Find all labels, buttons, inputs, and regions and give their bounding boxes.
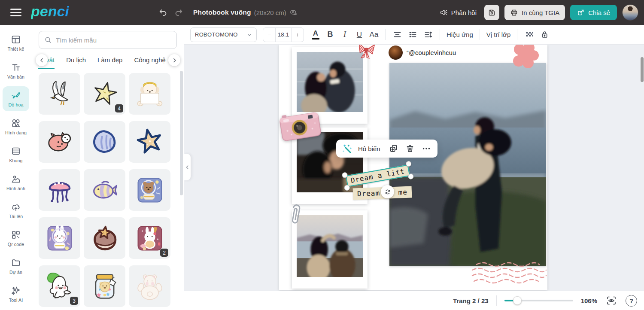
transparency-button[interactable] [522,28,536,42]
rotate-handle[interactable] [381,185,394,198]
photo-polaroid-3[interactable] [292,210,368,289]
tabs-scroll-left-button[interactable] [36,54,48,66]
help-button[interactable]: ? [626,295,637,307]
ai-icon [11,286,21,296]
wavy-lines-decoration[interactable] [471,261,548,286]
feedback-label: Phản hồi [451,9,477,16]
feedback-button[interactable]: Phản hồi [440,8,477,17]
sidebar-item-ai[interactable]: Tool AI [3,282,29,307]
font-size-decrease-button[interactable]: − [263,28,275,42]
text-align-button[interactable] [390,28,404,42]
sticker-seashell[interactable] [84,121,125,163]
zoom-slider-thumb[interactable] [513,296,522,305]
window-scrollbar[interactable] [641,57,644,82]
sticker-bear-astronaut[interactable] [129,169,170,211]
app-logo[interactable]: penci [31,3,69,20]
italic-button[interactable]: I [338,28,351,42]
menu-icon[interactable] [10,9,21,16]
zoom-slider[interactable] [504,297,573,304]
document-title[interactable]: Photobook vuông [193,9,251,16]
tab-category-2[interactable]: Làm đẹp [97,52,122,69]
sticker-bunny-card[interactable]: 2 [129,217,170,259]
magic-button[interactable]: Hô biến [358,145,380,152]
panel-scrollbar[interactable] [180,71,183,195]
tab-category-3[interactable]: Công nghệ [134,52,165,69]
sidebar-item-upload[interactable]: Tải lên [3,198,29,223]
bold-button[interactable]: B [324,28,337,42]
search-input[interactable] [56,36,171,44]
sticker-fish[interactable] [84,169,125,211]
sidebar-item-qr[interactable]: Qr code [3,226,29,251]
font-size-increase-button[interactable]: + [292,28,304,42]
share-button[interactable]: Chia sẻ [570,5,617,20]
credit-line[interactable]: “@couplevinhcuu [389,46,456,60]
underline-button[interactable]: U [353,28,366,42]
sidebar-item-graphics[interactable]: Đồ hoạ [3,86,29,111]
tab-category-1[interactable]: Du lịch [66,52,86,69]
layer-position-button[interactable]: Vị trí lớp [484,28,513,42]
sticker-count-badge: 2 [160,249,168,257]
sticker-pig[interactable] [39,121,80,163]
sidebar-item-frame[interactable]: Khung [3,142,29,167]
sticker-leaf-ghost[interactable]: 3 [39,265,80,307]
list-button[interactable] [406,28,419,42]
sticker-starfish-navy[interactable] [129,121,170,163]
sticker-bear-jar[interactable] [84,265,125,307]
transparency-checker-icon [525,30,534,39]
save-button[interactable] [484,5,499,20]
sidebar-item-label: Khung [9,158,22,163]
line-spacing-button[interactable] [421,28,435,42]
document-size: (20x20 cm) [254,9,286,16]
photo-couple-lift [389,63,546,266]
font-family-value: ROBOTOMONO [195,31,238,38]
effects-button[interactable]: Hiệu ứng [444,28,476,42]
print-button[interactable]: In cùng TGIA [504,5,565,20]
sticker-polar-bear[interactable] [129,265,170,307]
save-icon [488,9,496,17]
sidebar-item-design[interactable]: Thiết kế [3,30,29,55]
topbar-actions: Phản hồi In cùng TGIA Chia sẻ [440,0,638,25]
sticker-starfish-yellow[interactable]: 4 [84,73,125,115]
lock-button[interactable] [538,28,551,42]
sticker-choco-shell[interactable] [84,217,125,259]
sticker-jellyfish[interactable] [39,169,80,211]
sticker-seagull[interactable] [39,73,80,115]
sticker-puppy-sign[interactable] [129,73,170,115]
sidebar-item-image[interactable]: Hình ảnh [3,170,29,195]
sidebar-item-label: Đồ hoạ [9,102,24,107]
tabs-scroll-right-button[interactable] [168,54,180,66]
delete-button[interactable] [404,143,416,154]
sticker-bunny-astronaut[interactable] [39,217,80,259]
more-options-button[interactable] [421,143,432,154]
rotate-icon [384,188,391,195]
canvas-page[interactable]: “@couplevinhcuu Dream a litt Dream of me [279,45,547,290]
gingham-bow-sticker[interactable] [356,45,377,60]
user-avatar[interactable] [622,4,638,21]
canvas-area[interactable]: “@couplevinhcuu Dream a litt Dream of me [184,45,644,291]
redo-button[interactable] [173,8,184,18]
font-size-stepper: − 18.1 + [263,27,304,42]
photo-couple-behind [297,215,363,277]
more-dots-icon [422,144,431,153]
search-box[interactable] [39,31,177,49]
font-size-value[interactable]: 18.1 [275,28,292,42]
duplicate-button[interactable] [388,143,399,154]
resize-icon[interactable] [289,8,299,17]
photo-couple-beach-large[interactable] [389,63,546,266]
text-color-button[interactable]: A [309,28,322,42]
sidebar-item-text[interactable]: Văn bản [3,58,29,83]
sticker-count-badge: 3 [70,297,78,305]
font-family-select[interactable]: ROBOTOMONO [190,27,257,42]
sidebar-item-shapes[interactable]: Hình dạng [3,114,29,139]
upload-icon [11,202,21,212]
text-case-button[interactable]: Aa [368,28,380,42]
panel-collapse-button[interactable] [184,154,191,180]
undo-button[interactable] [158,8,168,18]
pink-flower-sticker[interactable] [511,45,539,69]
preview-eye-icon [606,295,617,306]
page-indicator[interactable]: Trang 2 / 23 [453,297,489,304]
sidebar-item-project[interactable]: Dự án [3,254,29,279]
preview-button[interactable] [605,294,618,307]
sidebar-item-label: Thiết kế [8,46,24,52]
camera-sticker[interactable] [278,108,322,143]
